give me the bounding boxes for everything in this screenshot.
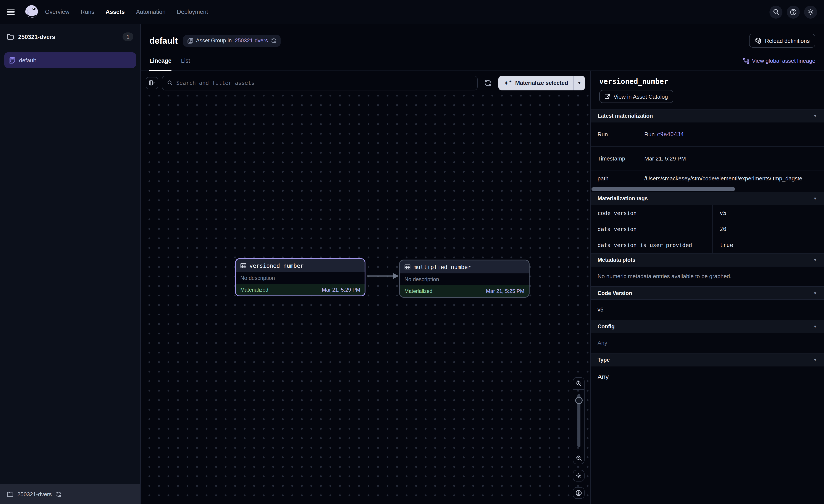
reload-definitions-button[interactable]: Reload definitions	[749, 34, 815, 47]
tag-key: code_version	[591, 205, 713, 221]
section-metadata-plots[interactable]: Metadata plots ▼	[591, 253, 824, 266]
zoom-slider-handle[interactable]	[575, 397, 583, 404]
refresh-icon[interactable]	[271, 38, 276, 43]
lineage-canvas[interactable]: versioned_number No description Material…	[141, 95, 590, 504]
view-in-asset-catalog-button[interactable]: View in Asset Catalog	[599, 90, 673, 103]
chip-group-link[interactable]: 250321-dvers	[235, 38, 268, 44]
section-title: Latest materialization	[598, 113, 653, 119]
zoom-in-icon[interactable]	[573, 378, 584, 390]
gear-icon[interactable]	[804, 5, 817, 18]
section-config[interactable]: Config ▼	[591, 320, 824, 333]
asset-title: versioned_number	[599, 78, 815, 86]
refresh-icon[interactable]	[56, 491, 61, 497]
path-link[interactable]: /Users/smackesey/stm/code/elementl/exper…	[644, 175, 802, 182]
table-icon	[404, 264, 410, 269]
dagster-logo[interactable]	[23, 4, 40, 20]
chevron-down-icon: ▼	[813, 324, 817, 329]
nav-item-assets[interactable]: Assets	[106, 9, 125, 15]
panel-toggle-icon[interactable]	[146, 77, 158, 89]
graph-settings-gear-icon[interactable]	[573, 470, 585, 482]
materialize-selected-main[interactable]: ✦✦ Materialize selected	[499, 76, 573, 90]
help-icon[interactable]	[787, 5, 800, 18]
section-latest-materialization[interactable]: Latest materialization ▼	[591, 109, 824, 122]
timestamp-value: Mar 21, 5:29 PM	[637, 147, 824, 170]
search-icon	[167, 80, 173, 86]
tag-value: 20	[713, 221, 824, 237]
sparkle-icon: ✦✦	[504, 80, 512, 86]
menu-icon[interactable]	[7, 6, 19, 18]
page-title: default	[149, 36, 178, 46]
sidebar-group-count-badge: 1	[123, 32, 133, 41]
sidebar-footer[interactable]: 250321-dvers	[0, 484, 140, 504]
latest-materialization-table: Run Run c9a40434 Timestamp Mar 21, 5:29 …	[591, 122, 824, 186]
section-title: Materialization tags	[598, 195, 648, 202]
section-title: Metadata plots	[598, 257, 635, 263]
tag-value: true	[713, 237, 824, 253]
materialized-time: Mar 21, 5:29 PM	[322, 287, 360, 293]
sidebar: 250321-dvers 1 default 250321-dvers	[0, 24, 141, 504]
materialize-selected-button: ✦✦ Materialize selected ▼	[499, 76, 585, 90]
asset-node-description: No description	[240, 275, 275, 281]
asset-node-body: No description	[236, 272, 365, 284]
zoom-slider[interactable]	[573, 390, 584, 452]
chevron-down-icon: ▼	[813, 114, 817, 118]
lineage-canvas-column: ✦✦ Materialize selected ▼	[141, 71, 590, 504]
asset-node-header: multiplied_number	[400, 260, 529, 273]
sidebar-group-row[interactable]: 250321-dvers 1	[0, 27, 140, 47]
sidebar-spacer	[0, 68, 140, 484]
sidebar-divider	[0, 47, 140, 47]
run-prefix: Run	[644, 131, 655, 138]
download-icon[interactable]	[573, 487, 585, 499]
asset-node-multiplied-number[interactable]: multiplied_number No description Materia…	[399, 260, 530, 298]
sidebar-item-label: default	[19, 57, 36, 64]
folder-icon	[7, 491, 13, 497]
config-value: Any	[591, 333, 824, 353]
asset-node-body: No description	[400, 273, 529, 285]
main-area: default Asset Group in 250321-dvers	[141, 24, 824, 504]
asset-node-name: versioned_number	[249, 262, 304, 269]
asset-node-header: versioned_number	[236, 259, 365, 272]
view-global-asset-lineage-label: View global asset lineage	[752, 57, 815, 64]
zoom-out-icon[interactable]	[573, 452, 584, 464]
tag-key: data_version_is_user_provided	[591, 237, 713, 253]
search-input[interactable]	[176, 80, 473, 86]
asset-group-chip[interactable]: Asset Group in 250321-dvers	[183, 35, 280, 46]
timestamp-key: Timestamp	[591, 147, 637, 170]
tab-lineage[interactable]: Lineage	[149, 51, 172, 71]
view-in-asset-catalog-label: View in Asset Catalog	[614, 93, 668, 100]
refresh-icon[interactable]	[482, 76, 495, 89]
tab-list[interactable]: List	[181, 51, 190, 71]
app-root: Overview Runs Assets Automation Deployme…	[0, 0, 824, 504]
sidebar-item-default[interactable]: default	[4, 52, 136, 68]
section-code-version[interactable]: Code Version ▼	[591, 286, 824, 300]
type-value: Any	[591, 366, 824, 387]
asset-node-footer: Materialized Mar 21, 5:29 PM	[236, 284, 365, 295]
section-title: Code Version	[598, 290, 632, 296]
nav-item-deployment[interactable]: Deployment	[177, 9, 208, 15]
section-title: Config	[598, 324, 615, 330]
lineage-graph-icon	[743, 58, 749, 64]
run-id-link[interactable]: c9a40434	[657, 131, 684, 138]
scrollbar-thumb[interactable]	[592, 187, 735, 191]
section-type[interactable]: Type ▼	[591, 353, 824, 366]
chevron-down-icon[interactable]: ▼	[574, 76, 585, 90]
nav-item-automation[interactable]: Automation	[136, 9, 166, 15]
materialize-selected-label: Materialize selected	[515, 80, 568, 86]
asset-node-versioned-number[interactable]: versioned_number No description Material…	[235, 258, 366, 296]
run-key: Run	[591, 122, 637, 147]
nav-links: Overview Runs Assets Automation Deployme…	[45, 9, 208, 15]
nav-item-runs[interactable]: Runs	[81, 9, 94, 15]
section-materialization-tags[interactable]: Materialization tags ▼	[591, 192, 824, 205]
search-icon[interactable]	[769, 5, 783, 18]
asset-search-box	[162, 76, 478, 90]
asset-node-name: multiplied_number	[414, 264, 471, 270]
code-version-value: v5	[591, 300, 824, 320]
edge-arrow	[366, 267, 399, 285]
view-global-asset-lineage-link[interactable]: View global asset lineage	[743, 57, 815, 64]
panel-header: versioned_number View in Asset Catalog	[591, 71, 824, 109]
materialized-status: Materialized	[240, 287, 268, 293]
asset-group-icon	[187, 38, 193, 43]
asset-node-description: No description	[404, 276, 439, 282]
nav-item-overview[interactable]: Overview	[45, 9, 70, 15]
sidebar-footer-label: 250321-dvers	[17, 491, 52, 497]
